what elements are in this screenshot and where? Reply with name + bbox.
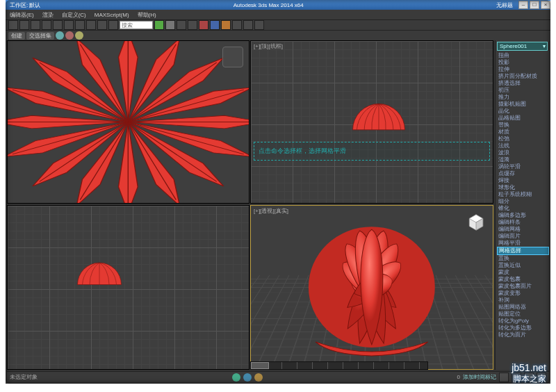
- modifier-item[interactable]: 扭曲: [497, 52, 549, 59]
- modifier-item[interactable]: 编辑多边形: [497, 212, 549, 219]
- modifier-item[interactable]: 推力: [497, 94, 549, 101]
- modifier-item[interactable]: 涡轮平滑: [497, 163, 549, 170]
- watermark-site: 脚本之家: [512, 373, 546, 385]
- select-name-button[interactable]: [64, 20, 74, 30]
- modifier-item[interactable]: 挤片面分配材质: [497, 73, 549, 80]
- rotate-button[interactable]: [97, 20, 107, 30]
- modifier-item[interactable]: 晶化: [497, 108, 549, 115]
- modifier-item[interactable]: 晶格贴图: [497, 115, 549, 122]
- modifier-item[interactable]: 贴图网络器: [497, 304, 549, 311]
- viewport-bottom-left[interactable]: [7, 205, 250, 370]
- menu-item[interactable]: 帮助(H): [133, 11, 161, 19]
- time-tag-hint[interactable]: 添加时间标记: [463, 373, 496, 381]
- link-button[interactable]: [31, 20, 40, 30]
- scale-button[interactable]: [108, 20, 118, 30]
- modifier-item[interactable]: 拉伸: [497, 66, 549, 73]
- menu-item[interactable]: 编辑器(E): [6, 11, 38, 19]
- modifier-item[interactable]: 挤透选择: [497, 80, 549, 87]
- modifier-item[interactable]: 锥化: [497, 205, 549, 212]
- modifier-item[interactable]: 补洞: [497, 297, 549, 304]
- viewport-perspective[interactable]: [+][透视][真实]: [250, 205, 493, 370]
- status-icon[interactable]: [254, 373, 263, 382]
- modifier-item[interactable]: 置换: [497, 255, 549, 262]
- viewport-label[interactable]: [+][透视][真实]: [254, 207, 288, 215]
- ribbon-icon[interactable]: [56, 31, 64, 40]
- timeline[interactable]: [250, 361, 428, 370]
- undo-button[interactable]: [8, 20, 18, 30]
- maximize-button[interactable]: □: [530, 1, 539, 9]
- modifier-item[interactable]: 摄影机贴图: [497, 101, 549, 108]
- unlink-button[interactable]: [42, 20, 51, 30]
- move-button[interactable]: [86, 20, 96, 30]
- viewport-label[interactable]: [+][顶][线框]: [254, 42, 283, 50]
- modifier-list-dropdown[interactable]: Sphere001: [497, 42, 548, 51]
- angle-snap-button[interactable]: [165, 20, 175, 30]
- toolbar-button[interactable]: [232, 20, 242, 30]
- modifier-item[interactable]: 涟漪: [497, 156, 549, 163]
- modifier-item[interactable]: 贴图定位: [497, 311, 549, 318]
- close-button[interactable]: ×: [541, 1, 550, 9]
- modifier-item[interactable]: 波浪: [497, 149, 549, 156]
- viewport-gizmo[interactable]: [222, 47, 243, 67]
- render-button[interactable]: [221, 20, 231, 30]
- ribbon-icon[interactable]: [75, 31, 83, 40]
- play-button[interactable]: [499, 373, 509, 382]
- select-region-button[interactable]: [75, 20, 85, 30]
- modifier-item[interactable]: 蒙皮: [497, 269, 549, 276]
- document-title: 无标题: [492, 1, 517, 9]
- watermark: jb51.net 脚本之家: [512, 362, 546, 385]
- modifier-item[interactable]: 转化为多边形: [497, 325, 549, 332]
- ribbon-row: 创建 交选择集: [6, 31, 550, 40]
- render-setup-button[interactable]: [210, 20, 220, 30]
- ribbon-tab[interactable]: 创建: [8, 32, 25, 40]
- status-icon[interactable]: [243, 373, 252, 382]
- select-button[interactable]: [53, 20, 63, 30]
- modifier-item[interactable]: 转化为gPoly: [497, 318, 549, 325]
- redo-button[interactable]: [19, 20, 29, 30]
- modifier-item[interactable]: 法线: [497, 142, 549, 149]
- timeline-slider[interactable]: [251, 362, 269, 369]
- search-input[interactable]: [120, 21, 153, 29]
- status-icon[interactable]: [232, 373, 240, 382]
- grid: [8, 206, 249, 369]
- minimize-button[interactable]: –: [518, 1, 528, 9]
- material-editor-button[interactable]: [199, 20, 208, 30]
- toolbar-button[interactable]: [243, 20, 253, 30]
- modifier-item[interactable]: 网格选择: [497, 247, 549, 255]
- modifier-item[interactable]: 编辑网格: [497, 226, 549, 233]
- menu-item[interactable]: 渲染: [38, 11, 58, 19]
- modifier-item[interactable]: 蒙皮包裹: [497, 276, 549, 283]
- modifier-item[interactable]: 置换近似: [497, 262, 549, 269]
- status-bar: 未选定对象 0 添加时间标记: [7, 371, 549, 382]
- modifier-item[interactable]: 焊接: [497, 177, 549, 184]
- viewport-top-right[interactable]: [+][顶][线框] 点击命令选择框，选择网格平滑: [250, 40, 493, 204]
- ribbon-tab[interactable]: 交选择集: [26, 32, 54, 40]
- align-button[interactable]: [188, 20, 197, 30]
- modifier-item[interactable]: 球形化: [497, 184, 549, 191]
- modifier-item[interactable]: 网格平滑: [497, 240, 549, 247]
- modifier-item[interactable]: 投影: [497, 59, 549, 66]
- modifier-list[interactable]: 扭曲投影拉伸挤片面分配材质挤透选择初压推力摄影机贴图晶化晶格贴图替换材质松弛法线…: [496, 52, 549, 338]
- modifier-item[interactable]: 替换: [497, 122, 549, 129]
- modifier-item[interactable]: 点缓存: [497, 170, 549, 177]
- toolbar-button[interactable]: [254, 20, 264, 30]
- menu-item[interactable]: 自定义(C): [58, 11, 90, 19]
- modifier-item[interactable]: 粒子系统模糊: [497, 191, 549, 198]
- workspace-dropdown[interactable]: 工作区: 默认: [6, 1, 44, 9]
- modifier-item[interactable]: 细分: [497, 198, 549, 205]
- modifier-item[interactable]: 蒙皮包裹面片: [497, 283, 549, 290]
- menu-item[interactable]: MAXScript(M): [90, 12, 133, 18]
- viewport-top-left[interactable]: [7, 40, 250, 204]
- ribbon-icon[interactable]: [65, 31, 74, 40]
- modifier-item[interactable]: 转化为面片: [497, 332, 549, 338]
- menu-bar: 编辑器(E) 渲染 自定义(C) MAXScript(M) 帮助(H): [6, 10, 550, 19]
- modifier-item[interactable]: 初压: [497, 87, 549, 94]
- modifier-item[interactable]: 材质: [497, 129, 549, 136]
- modifier-item[interactable]: 编辑样条: [497, 219, 549, 226]
- viewcube[interactable]: [466, 213, 486, 232]
- mirror-button[interactable]: [177, 20, 186, 30]
- modifier-item[interactable]: 编辑面片: [497, 233, 549, 240]
- modifier-item[interactable]: 松弛: [497, 136, 549, 142]
- modifier-item[interactable]: 蒙皮变形: [497, 290, 549, 297]
- snap-button[interactable]: [154, 20, 164, 30]
